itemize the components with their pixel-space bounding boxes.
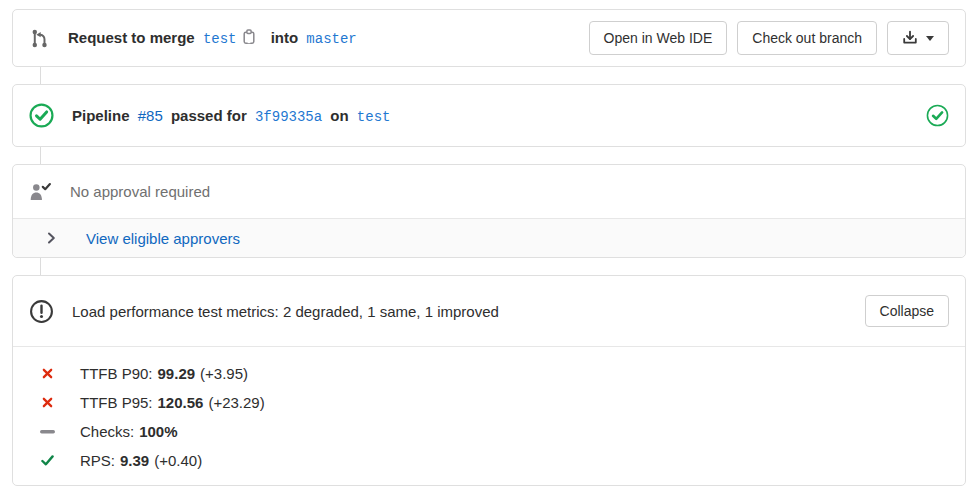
approval-status-text: No approval required [70, 183, 210, 200]
load-performance-box: Load performance test metrics: 2 degrade… [12, 275, 966, 486]
merge-request-icon [29, 27, 50, 50]
download-icon [902, 30, 918, 46]
metric-improved-check-icon [41, 455, 54, 466]
exclamation-circle-icon [29, 299, 54, 324]
mr-into-label: into [271, 29, 299, 46]
metrics-list: TTFB P90: 99.29 (+3.95) TTFB P95: 120.56… [13, 346, 965, 485]
metric-label: Checks: [80, 423, 134, 440]
section-connector [40, 67, 41, 84]
metric-label: TTFB P95: [80, 394, 153, 411]
metric-label: RPS: [80, 452, 115, 469]
metric-delta: (+3.95) [200, 365, 248, 382]
open-web-ide-button[interactable]: Open in Web IDE [589, 21, 728, 55]
user-check-icon [29, 182, 52, 202]
metric-degraded-x-icon [42, 397, 53, 408]
approval-status-row: No approval required [13, 165, 965, 218]
metric-value: 120.56 [158, 394, 204, 411]
checkout-branch-button[interactable]: Check out branch [737, 21, 877, 55]
mr-header-box: Request to merge test into master Open i… [12, 9, 966, 67]
metric-value: 100% [139, 423, 177, 440]
metric-delta: (+0.40) [154, 452, 202, 469]
copy-branch-icon[interactable] [242, 29, 256, 45]
pipeline-label: Pipeline [72, 107, 130, 124]
pipeline-box: Pipeline #85 passed for 3f99335a on test [12, 84, 966, 147]
metric-value: 99.29 [158, 365, 196, 382]
load-performance-header: Load performance test metrics: 2 degrade… [13, 276, 965, 346]
mr-header-actions: Open in Web IDE Check out branch [589, 21, 949, 55]
mr-title-prefix: Request to merge [68, 29, 195, 46]
pipeline-on-label: on [330, 107, 348, 124]
download-button[interactable] [887, 21, 949, 55]
source-branch-link[interactable]: test [203, 31, 237, 47]
target-branch-link[interactable]: master [306, 31, 356, 47]
pipeline-passed-label: passed for [171, 107, 247, 124]
mr-title: Request to merge test into master [68, 29, 361, 47]
pipeline-id-link[interactable]: #85 [138, 107, 163, 124]
metric-row: Checks: 100% [13, 417, 965, 446]
load-performance-summary: Load performance test metrics: 2 degrade… [72, 303, 499, 320]
metric-degraded-x-icon [42, 368, 53, 379]
metric-delta: (+23.29) [208, 394, 264, 411]
pipeline-stage-icon[interactable] [926, 104, 949, 127]
approval-expand-row[interactable]: View eligible approvers [13, 218, 965, 257]
pipeline-passed-icon [29, 103, 54, 128]
approval-box: No approval required View eligible appro… [12, 164, 966, 258]
metric-same-dash-icon [40, 430, 55, 434]
commit-sha-link[interactable]: 3f99335a [255, 109, 322, 125]
caret-down-icon [926, 36, 934, 41]
section-connector [40, 147, 41, 164]
metric-row: TTFB P90: 99.29 (+3.95) [13, 359, 965, 388]
pipeline-status-text: Pipeline #85 passed for 3f99335a on test [72, 107, 394, 125]
metric-label: TTFB P90: [80, 365, 153, 382]
metric-value: 9.39 [120, 452, 149, 469]
pipeline-branch-link[interactable]: test [357, 109, 391, 125]
collapse-button[interactable]: Collapse [865, 295, 949, 327]
metric-row: TTFB P95: 120.56 (+23.29) [13, 388, 965, 417]
chevron-right-icon[interactable] [47, 232, 56, 244]
metric-row: RPS: 9.39 (+0.40) [13, 446, 965, 475]
view-eligible-approvers-link[interactable]: View eligible approvers [86, 230, 240, 247]
merge-request-page: { "merge_request": { "title_prefix": "Re… [0, 0, 978, 486]
section-connector [40, 258, 41, 275]
